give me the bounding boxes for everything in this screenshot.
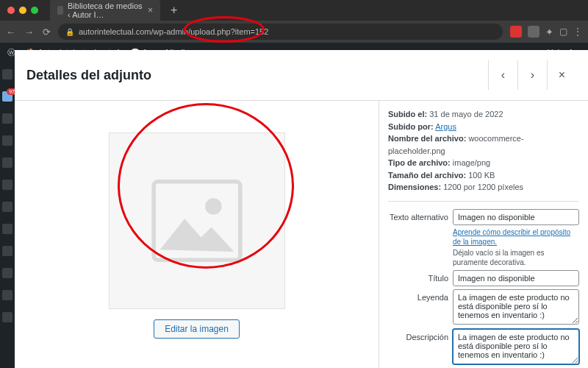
traffic-lights	[7, 7, 38, 14]
svg-point-1	[205, 198, 221, 214]
attachment-meta: Subido el: 31 de mayo de 2022 Subido por…	[388, 108, 579, 194]
close-modal-button[interactable]: ×	[547, 60, 576, 90]
sidebar-item[interactable]	[2, 135, 12, 146]
alt-text-input[interactable]	[453, 209, 579, 225]
url-text: autorintelectual.com/wp-admin/upload.php…	[79, 27, 268, 36]
extension-icon[interactable]	[510, 26, 522, 38]
next-attachment-button[interactable]: ›	[517, 60, 547, 90]
sidebar-item[interactable]	[2, 268, 12, 278]
edit-image-button[interactable]: Editar la imagen	[154, 319, 240, 339]
alt-text-help-link[interactable]: Aprende cómo describir el propósito de l…	[453, 227, 579, 247]
description-label: Descripción	[388, 329, 448, 342]
sidebar-item[interactable]	[2, 224, 12, 234]
sidebar-item[interactable]	[2, 202, 12, 212]
sidebar-item[interactable]	[2, 180, 12, 190]
sidebar-item-media[interactable]: 97	[2, 91, 12, 102]
wp-admin-sidebar: 97	[0, 62, 15, 368]
browser-extensions: ✦ ▢ ⋮	[510, 26, 582, 38]
caption-textarea[interactable]	[453, 289, 579, 325]
attachment-details-pane: Subido el: 31 de mayo de 2022 Subido por…	[379, 101, 588, 368]
nav-forward-icon[interactable]: →	[24, 26, 34, 38]
attachment-preview-image	[109, 132, 285, 309]
nav-reload-icon[interactable]: ⟳	[43, 26, 51, 38]
tab-close-icon[interactable]: ×	[148, 5, 153, 15]
window-max-dot[interactable]	[31, 7, 38, 14]
new-tab-button[interactable]: +	[171, 4, 177, 17]
sidebar-item[interactable]	[2, 290, 12, 300]
browser-tab[interactable]: Biblioteca de medios ‹ Autor I… ×	[50, 0, 160, 22]
sidebar-item[interactable]	[2, 69, 12, 79]
browser-menu-icon[interactable]: ⋮	[573, 26, 582, 37]
extension-icon[interactable]	[528, 26, 539, 38]
lock-icon: 🔒	[65, 28, 74, 36]
browser-address-bar: ← → ⟳ 🔒 autorintelectual.com/wp-admin/up…	[0, 21, 588, 43]
attachment-preview-pane: Editar la imagen	[15, 101, 379, 368]
alt-text-help-text: Déjalo vacío si la imagen es puramente d…	[453, 248, 579, 267]
browser-tab-bar: Biblioteca de medios ‹ Autor I… × +	[0, 0, 588, 21]
attachment-details-modal: Detalles del adjunto ‹ › × Editar la ima…	[15, 50, 588, 368]
profile-icon[interactable]: ▢	[559, 26, 567, 37]
url-field[interactable]: 🔒 autorintelectual.com/wp-admin/upload.p…	[58, 24, 503, 40]
title-label: Título	[388, 270, 448, 283]
prev-attachment-button[interactable]: ‹	[488, 60, 517, 90]
alt-text-label: Texto alternativo	[388, 209, 448, 222]
tab-favicon	[57, 6, 63, 15]
sidebar-item[interactable]	[2, 312, 12, 322]
sidebar-item[interactable]	[2, 246, 12, 256]
sidebar-item[interactable]	[2, 113, 12, 124]
title-input[interactable]	[453, 270, 579, 286]
sidebar-item[interactable]	[2, 158, 12, 168]
caption-label: Leyenda	[388, 289, 448, 302]
nav-back-icon[interactable]: ←	[6, 26, 15, 38]
uploaded-by-link[interactable]: Argus	[435, 122, 456, 131]
modal-title: Detalles del adjunto	[26, 68, 151, 83]
description-textarea[interactable]	[453, 329, 579, 364]
tab-title: Biblioteca de medios ‹ Autor I…	[68, 1, 143, 19]
extensions-menu-icon[interactable]: ✦	[545, 26, 553, 38]
modal-header: Detalles del adjunto ‹ › ×	[15, 50, 588, 101]
window-close-dot[interactable]	[7, 7, 15, 14]
placeholder-image-icon	[146, 169, 248, 272]
window-min-dot[interactable]	[19, 7, 26, 14]
